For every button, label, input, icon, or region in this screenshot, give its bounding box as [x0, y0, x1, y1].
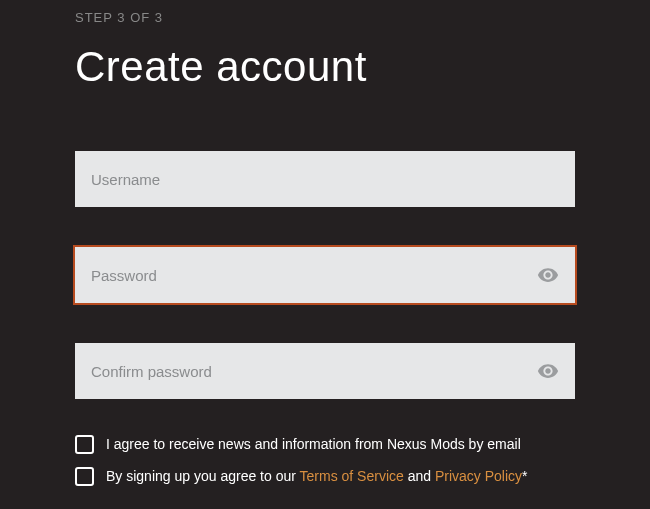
terms-checkbox[interactable]: [75, 467, 94, 486]
terms-of-service-link[interactable]: Terms of Service: [300, 468, 404, 484]
terms-text-prefix: By signing up you agree to our: [106, 468, 300, 484]
news-consent-label: I agree to receive news and information …: [106, 435, 521, 455]
required-asterisk: *: [522, 468, 527, 484]
terms-consent-row: By signing up you agree to our Terms of …: [75, 467, 575, 487]
page-title: Create account: [75, 43, 575, 91]
password-field-wrap: [75, 247, 575, 303]
confirm-password-field-wrap: [75, 343, 575, 399]
username-field[interactable]: [75, 151, 575, 207]
news-consent-row: I agree to receive news and information …: [75, 435, 575, 455]
privacy-policy-link[interactable]: Privacy Policy: [435, 468, 522, 484]
terms-text-and: and: [404, 468, 435, 484]
eye-icon[interactable]: [537, 360, 559, 382]
terms-consent-label: By signing up you agree to our Terms of …: [106, 467, 528, 487]
confirm-password-field[interactable]: [75, 343, 575, 399]
step-indicator: STEP 3 OF 3: [75, 10, 575, 25]
signup-form-container: STEP 3 OF 3 Create account I agree to re…: [0, 0, 650, 509]
username-field-wrap: [75, 151, 575, 207]
eye-icon[interactable]: [537, 264, 559, 286]
news-checkbox[interactable]: [75, 435, 94, 454]
consent-group: I agree to receive news and information …: [75, 435, 575, 486]
password-field[interactable]: [75, 247, 575, 303]
